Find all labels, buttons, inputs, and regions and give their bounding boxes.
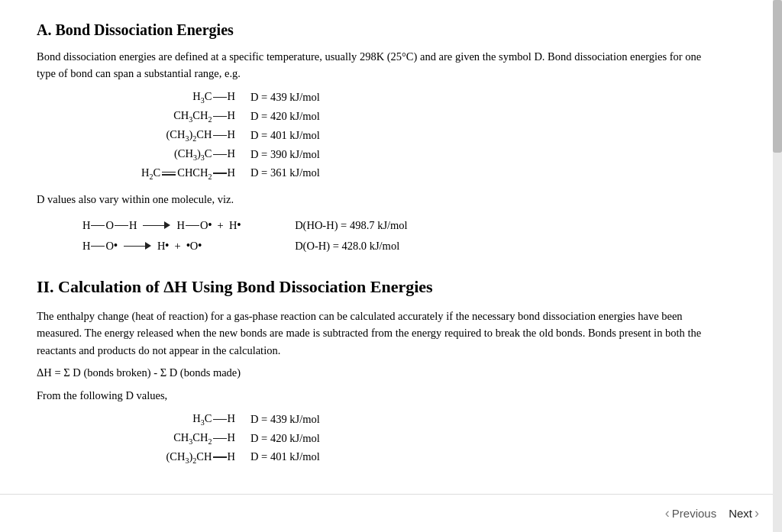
formula-b-3: (CH3)2CHH xyxy=(98,450,250,465)
scrollbar-track[interactable] xyxy=(773,0,782,532)
formula-3: (CH3)2CHH xyxy=(98,128,250,143)
footer-nav: ‹ Previous Next › xyxy=(0,494,782,532)
reaction-value-2: D(O-H) = 428.0 kJ/mol xyxy=(281,240,399,253)
formula-b-2: CH3CH2H xyxy=(98,431,250,446)
next-label: Next xyxy=(729,507,752,520)
formula-2: CH3CH2H xyxy=(98,109,250,124)
reaction-left-1: HOH HO• + H• xyxy=(82,219,281,232)
reaction-value-1: D(HO-H) = 498.7 kJ/mol xyxy=(281,219,408,232)
reactions-section: HOH HO• + H• D(HO-H) = 498.7 kJ/mol HO• … xyxy=(82,219,712,253)
previous-label: Previous xyxy=(672,507,716,520)
value-b-2: D = 420 kJ/mol xyxy=(250,432,388,445)
section-a-title: A. Bond Dissociation Energies xyxy=(37,21,712,39)
reaction-row-1: HOH HO• + H• D(HO-H) = 498.7 kJ/mol xyxy=(82,219,712,232)
bond-row-b-1: H3CH D = 439 kJ/mol xyxy=(37,412,712,427)
bond-row-4: (CH3)3CH D = 390 kJ/mol xyxy=(37,147,712,162)
from-d-values-text: From the following D values, xyxy=(37,387,712,404)
formula-1: H3CH xyxy=(98,90,250,105)
reaction-left-2: HO• H• + •O• xyxy=(82,240,281,253)
value-1: D = 439 kJ/mol xyxy=(250,91,388,104)
bond-row-1: H3CH D = 439 kJ/mol xyxy=(37,90,712,105)
arrow-2 xyxy=(124,242,151,250)
bond-row-b-3: (CH3)2CHH D = 401 kJ/mol xyxy=(37,450,712,465)
value-4: D = 390 kJ/mol xyxy=(250,148,388,161)
bond-row-b-2: CH3CH2H D = 420 kJ/mol xyxy=(37,431,712,446)
value-b-3: D = 401 kJ/mol xyxy=(250,450,388,463)
bond-row-3: (CH3)2CHH D = 401 kJ/mol xyxy=(37,128,712,143)
value-b-1: D = 439 kJ/mol xyxy=(250,413,388,426)
bond-table-a: H3CH D = 439 kJ/mol CH3CH2H D = 420 kJ/m… xyxy=(37,90,712,180)
next-chevron-icon: › xyxy=(755,505,759,521)
section-ii-intro: The enthalpy change (heat of reaction) f… xyxy=(37,308,712,359)
page-container: A. Bond Dissociation Energies Bond disso… xyxy=(0,0,782,532)
value-2: D = 420 kJ/mol xyxy=(250,110,388,123)
delta-h-formula: ΔH = Σ D (bonds broken) - Σ D (bonds mad… xyxy=(37,366,712,379)
scrollbar-thumb[interactable] xyxy=(773,0,782,153)
formula-5: H2CCHCH2H xyxy=(98,166,250,181)
previous-chevron-icon: ‹ xyxy=(665,505,670,521)
previous-button[interactable]: ‹ Previous xyxy=(665,505,716,521)
formula-4: (CH3)3CH xyxy=(98,147,250,162)
d-values-text: D values also vary within one molecule, … xyxy=(37,191,712,208)
section-ii-title: II. Calculation of ΔH Using Bond Dissoci… xyxy=(37,277,712,297)
reaction-row-2: HO• H• + •O• D(O-H) = 428.0 kJ/mol xyxy=(82,240,712,253)
formula-b-1: H3CH xyxy=(98,412,250,427)
value-5: D = 361 kJ/mol xyxy=(250,166,388,179)
bond-row-2: CH3CH2H D = 420 kJ/mol xyxy=(37,109,712,124)
arrow-1 xyxy=(143,221,170,229)
next-button[interactable]: Next › xyxy=(729,505,759,521)
content-area: A. Bond Dissociation Energies Bond disso… xyxy=(0,0,748,530)
bond-row-5: H2CCHCH2H D = 361 kJ/mol xyxy=(37,166,712,181)
bond-table-b: H3CH D = 439 kJ/mol CH3CH2H D = 420 kJ/m… xyxy=(37,412,712,465)
value-3: D = 401 kJ/mol xyxy=(250,129,388,142)
section-a-intro: Bond dissociation energies are defined a… xyxy=(37,48,712,82)
